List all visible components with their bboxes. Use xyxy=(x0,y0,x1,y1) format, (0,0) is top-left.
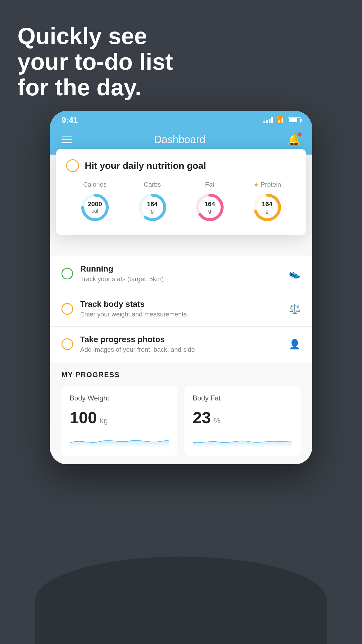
protein-donut: 164 g xyxy=(251,191,283,223)
protein-label-row: ★ Protein xyxy=(253,181,281,188)
body-fat-card: Body Fat 23 % xyxy=(184,386,301,456)
body-weight-chart xyxy=(70,433,169,447)
photos-checkbox[interactable] xyxy=(61,338,73,350)
fat-value: 164 xyxy=(204,200,215,208)
nutrition-card: Hit your daily nutrition goal Calories xyxy=(56,149,306,235)
body-fat-chart xyxy=(193,433,292,447)
protein-label: Protein xyxy=(261,181,281,188)
calories-unit: cal xyxy=(88,208,102,214)
body-weight-card: Body Weight 100 kg xyxy=(61,386,178,456)
card-title-row: Hit your daily nutrition goal xyxy=(66,159,296,172)
body-fat-value-row: 23 % xyxy=(193,408,292,427)
running-text: Running Track your stats (target: 5km) xyxy=(80,264,282,283)
fat-unit: g xyxy=(204,208,215,214)
protein-value: 164 xyxy=(262,200,273,208)
body-fat-unit: % xyxy=(214,416,220,425)
body-stats-icon: ⚖️ xyxy=(289,303,301,314)
list-item-photos[interactable]: Take progress photos Add images of your … xyxy=(50,327,312,362)
running-icon: 👟 xyxy=(289,268,301,279)
phone-screen: 9:41 📶 Dashboard 🔔 xyxy=(50,111,312,464)
app-content: THINGS TO DO TODAY Hit your daily nutrit… xyxy=(50,155,312,464)
nutrition-row: Calories 2000 cal xyxy=(66,181,296,223)
status-icons: 📶 xyxy=(263,116,301,124)
battery-fill xyxy=(289,118,297,122)
running-title: Running xyxy=(80,264,282,274)
body-stats-text: Track body stats Enter your weight and m… xyxy=(80,300,282,318)
body-stats-subtitle: Enter your weight and measurements xyxy=(80,311,282,318)
body-weight-value-row: 100 kg xyxy=(70,408,169,427)
photos-text: Take progress photos Add images of your … xyxy=(80,335,282,354)
calories-donut: 2000 cal xyxy=(79,191,111,223)
carbs-label: Carbs xyxy=(144,181,161,188)
photos-icon: 👤 xyxy=(289,339,301,350)
protein-unit: g xyxy=(262,208,273,214)
progress-header: MY PROGRESS xyxy=(61,371,301,379)
card-title: Hit your daily nutrition goal xyxy=(85,160,206,171)
fat-donut: 164 g xyxy=(194,191,226,223)
status-time: 9:41 xyxy=(61,116,78,125)
body-weight-unit: kg xyxy=(100,416,108,425)
notification-button[interactable]: 🔔 xyxy=(287,134,301,146)
headline: Quickly see your to-do list for the day. xyxy=(17,23,173,100)
app-title: Dashboard xyxy=(154,134,205,146)
body-weight-value: 100 xyxy=(70,408,97,427)
card-checkbox[interactable] xyxy=(66,159,79,172)
fat-label: Fat xyxy=(205,181,215,188)
nutrition-carbs: Carbs 164 g xyxy=(136,181,168,223)
carbs-donut: 164 g xyxy=(136,191,168,223)
notification-dot xyxy=(298,132,302,136)
nutrition-protein: ★ Protein 164 g xyxy=(251,181,283,223)
photos-subtitle: Add images of your front, back, and side xyxy=(80,346,282,354)
progress-cards: Body Weight 100 kg xyxy=(61,386,301,456)
running-checkbox[interactable] xyxy=(61,268,73,279)
phone-mockup: 9:41 📶 Dashboard 🔔 xyxy=(50,111,312,464)
carbs-value: 164 xyxy=(147,200,158,208)
nutrition-calories: Calories 2000 cal xyxy=(79,181,111,223)
todo-list: Running Track your stats (target: 5km) 👟… xyxy=(50,256,312,362)
star-icon: ★ xyxy=(253,181,259,188)
body-stats-title: Track body stats xyxy=(80,300,282,309)
body-fat-title: Body Fat xyxy=(193,394,292,402)
list-item-body-stats[interactable]: Track body stats Enter your weight and m… xyxy=(50,291,312,327)
list-item-running[interactable]: Running Track your stats (target: 5km) 👟 xyxy=(50,256,312,291)
progress-section: MY PROGRESS Body Weight 100 kg xyxy=(50,362,312,464)
signal-icon xyxy=(263,117,273,123)
menu-button[interactable] xyxy=(61,136,72,143)
calories-label: Calories xyxy=(83,181,107,188)
calories-value: 2000 xyxy=(88,200,102,208)
nutrition-fat: Fat 164 g xyxy=(194,181,226,223)
status-bar: 9:41 📶 xyxy=(50,111,312,128)
body-weight-title: Body Weight xyxy=(70,394,169,402)
carbs-unit: g xyxy=(147,208,158,214)
body-stats-checkbox[interactable] xyxy=(61,303,73,315)
phone-background-curve xyxy=(35,556,327,644)
running-subtitle: Track your stats (target: 5km) xyxy=(80,275,282,283)
wifi-icon: 📶 xyxy=(276,116,285,124)
battery-icon xyxy=(288,117,301,123)
body-fat-value: 23 xyxy=(193,408,211,427)
photos-title: Take progress photos xyxy=(80,335,282,344)
